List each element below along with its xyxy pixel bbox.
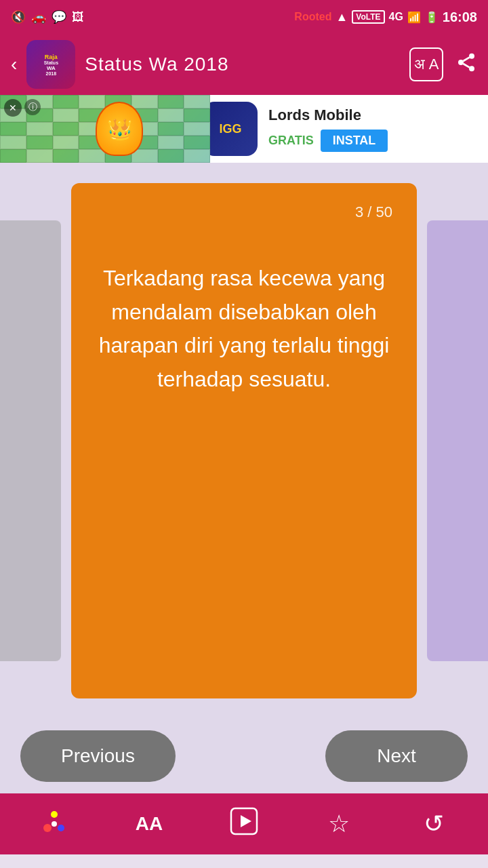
back-button[interactable]: ‹ — [11, 54, 17, 75]
ad-info-button[interactable]: ⓘ — [24, 99, 41, 115]
translate-button[interactable]: अ A — [409, 47, 443, 81]
nav-buttons: Previous Next — [0, 719, 488, 793]
svg-point-1 — [458, 60, 464, 65]
status-right: Rooted ▲ VoLTE 4G 📶 🔋 16:08 — [294, 9, 477, 25]
ad-character-image: 👑 — [96, 102, 143, 156]
chat-icon: 💬 — [52, 9, 66, 24]
car-icon: 🚗 — [31, 9, 46, 24]
font-icon: AA — [136, 813, 163, 835]
play-icon — [230, 807, 258, 841]
paint-icon — [41, 808, 68, 841]
app-header: ‹ Raja Status WA 2018 Status Wa 2018 अ A — [0, 34, 488, 95]
ad-close-button[interactable]: ✕ — [4, 99, 22, 117]
svg-point-2 — [469, 66, 474, 71]
svg-point-6 — [51, 811, 58, 818]
ad-gratis-label: GRATIS — [268, 134, 314, 148]
ad-action-buttons: GRATIS INSTAL — [268, 130, 388, 152]
share-button[interactable] — [455, 52, 477, 78]
rooted-label: Rooted — [294, 11, 331, 23]
svg-line-3 — [463, 64, 469, 67]
ad-banner: ✕ ⓘ 👑 IGG Lords Mobile GRATIS INSTAL — [0, 95, 488, 163]
ad-title: Lords Mobile — [268, 106, 361, 124]
ad-install-button[interactable]: INSTAL — [321, 130, 388, 152]
next-button[interactable]: Next — [325, 730, 468, 782]
next-card-preview — [427, 220, 488, 661]
status-left: 🔇 🚗 💬 🖼 — [11, 9, 84, 24]
previous-button[interactable]: Previous — [20, 730, 176, 782]
ad-logo: IGG — [203, 102, 258, 156]
volume-icon: 🔇 — [11, 9, 26, 24]
paint-button[interactable] — [7, 801, 102, 848]
reset-button[interactable]: ↺ — [386, 803, 481, 845]
quote-card: 3 / 50 Terkadang rasa kecewa yang mendal… — [71, 183, 417, 698]
app-title: Status Wa 2018 — [85, 54, 400, 75]
wifi-icon: ▲ — [336, 10, 348, 24]
network-type: 4G — [389, 11, 403, 23]
status-bar: 🔇 🚗 💬 🖼 Rooted ▲ VoLTE 4G 📶 🔋 16:08 — [0, 0, 488, 34]
ad-content: Lords Mobile GRATIS INSTAL — [258, 106, 488, 152]
main-content: 3 / 50 Terkadang rasa kecewa yang mendal… — [0, 163, 488, 719]
header-icons: अ A — [409, 47, 477, 81]
card-counter: 3 / 50 — [96, 203, 392, 221]
svg-point-0 — [469, 53, 474, 58]
favorite-button[interactable]: ☆ — [291, 803, 386, 845]
image-icon: 🖼 — [72, 10, 84, 24]
star-icon: ☆ — [328, 810, 350, 838]
battery-icon: 🔋 — [425, 11, 439, 24]
play-button[interactable] — [197, 800, 291, 848]
reset-icon: ↺ — [424, 810, 444, 838]
svg-point-7 — [58, 825, 64, 831]
svg-point-5 — [43, 824, 52, 832]
clock: 16:08 — [443, 9, 477, 25]
svg-line-4 — [463, 57, 469, 60]
translate-icon-label: अ A — [414, 56, 439, 73]
prev-card-preview — [0, 220, 61, 661]
card-quote-text: Terkadang rasa kecewa yang mendalam dise… — [96, 262, 392, 396]
svg-marker-10 — [241, 815, 251, 827]
bottom-toolbar: AA ☆ ↺ — [0, 793, 488, 854]
app-icon: Raja Status WA 2018 — [26, 40, 75, 89]
font-button[interactable]: AA — [102, 806, 197, 842]
svg-point-8 — [52, 821, 57, 827]
signal-bars: 📶 — [407, 11, 421, 24]
volte-badge: VoLTE — [352, 10, 384, 24]
